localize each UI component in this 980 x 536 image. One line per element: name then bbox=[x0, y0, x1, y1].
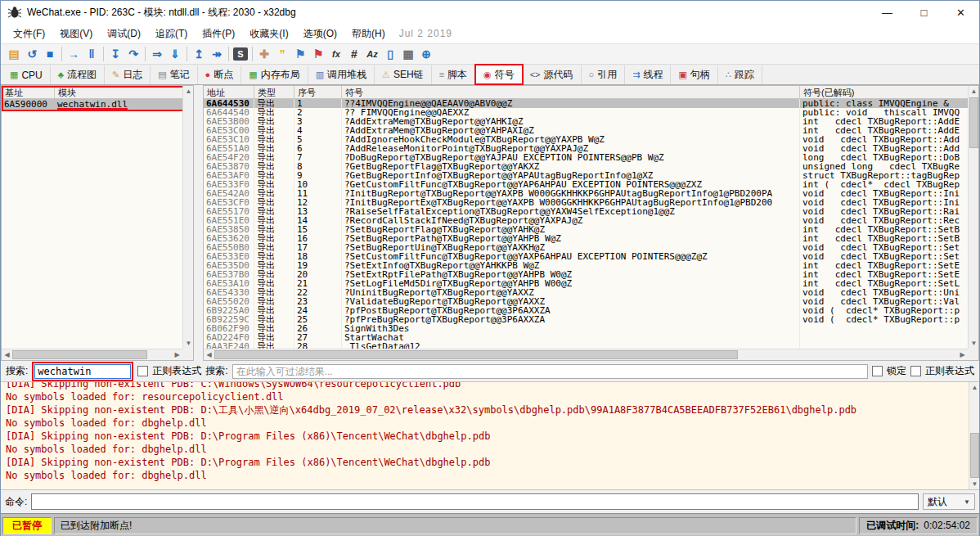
scroll-left-button[interactable]: ◀ bbox=[204, 349, 214, 360]
symbol-row[interactable]: 6A644530导出1??4IMVQQEngine@@QAEAAV0@ABV0@… bbox=[204, 99, 968, 108]
maximize-button[interactable]: □ bbox=[906, 1, 942, 24]
restart-icon[interactable]: ↺ bbox=[23, 46, 41, 62]
scrollbar-thumb[interactable] bbox=[969, 97, 978, 148]
symbol-row[interactable]: 6AE54330导出22?UninitBugReport@TXBugReport… bbox=[204, 288, 968, 297]
label-icon[interactable]: ⚑ bbox=[291, 46, 309, 62]
tab-threads[interactable]: ⇉线程 bbox=[625, 65, 671, 84]
column-header-address[interactable]: 地址 bbox=[204, 86, 254, 98]
stop-icon[interactable]: ■ bbox=[41, 46, 59, 62]
scrollbar-thumb[interactable] bbox=[12, 350, 147, 359]
menu-trace[interactable]: 追踪(T) bbox=[148, 25, 195, 43]
menu-help[interactable]: 帮助(H) bbox=[344, 25, 393, 43]
scroll-right-button[interactable]: ▶ bbox=[172, 349, 182, 360]
menu-file[interactable]: 文件(F) bbox=[6, 25, 52, 43]
symbol-row[interactable]: 6AE542A0导出11?InitBugReport@TXBugReport@@… bbox=[204, 189, 968, 198]
scrollbar-thumb[interactable] bbox=[970, 433, 979, 478]
tab-trace[interactable]: ∴跟踪 bbox=[718, 65, 762, 84]
scroll-down-button[interactable]: ▼ bbox=[969, 338, 979, 349]
column-header-symbol[interactable]: 符号 bbox=[342, 86, 800, 98]
tab-symbols[interactable]: ◉符号 bbox=[475, 65, 523, 84]
symbol-row[interactable]: 6AE53620导出16?SetBugReportPath@TXBugRepor… bbox=[204, 234, 968, 243]
scroll-up-button[interactable]: ▲ bbox=[183, 86, 194, 97]
trace-over-icon[interactable]: ⇓ bbox=[166, 46, 184, 62]
scroll-right-button[interactable]: ▶ bbox=[957, 349, 968, 360]
column-header-type[interactable]: 类型 bbox=[254, 86, 294, 98]
symbols-horizontal-scrollbar[interactable]: ◀ ▶ bbox=[204, 349, 968, 360]
menu-favourites[interactable]: 收藏夹(I) bbox=[242, 25, 295, 43]
symbol-row[interactable]: 6AE53A10导出21?SetLogFileMd5Dir@TXBugRepor… bbox=[204, 279, 968, 288]
symbol-row[interactable]: 6B9225A0导出24?pfPostBugReport@TXBugReport… bbox=[204, 306, 968, 315]
modules-horizontal-scrollbar[interactable]: ◀ ▶ bbox=[2, 349, 182, 360]
calculator-icon[interactable]: ▦ bbox=[399, 46, 417, 62]
symbol-row[interactable]: 6AE533F0导出10?GetCustomFiltFunc@TXBugRepo… bbox=[204, 180, 968, 189]
tab-memory-map[interactable]: ▦内存布局 bbox=[241, 65, 308, 84]
symbol-row[interactable]: 6AE53870导出8?GetBugReportFlag@TXBugReport… bbox=[204, 162, 968, 171]
function-icon[interactable]: fx bbox=[327, 46, 345, 62]
lock-checkbox[interactable] bbox=[872, 366, 883, 376]
symbol-row[interactable]: 6A644540导出2??_FIMVQQEngine@@QAEXXZpublic… bbox=[204, 108, 968, 117]
tab-source[interactable]: <>源代码 bbox=[523, 65, 582, 84]
tab-log[interactable]: ✎日志 bbox=[105, 65, 151, 84]
bookmark-icon[interactable]: ⚑ bbox=[309, 46, 327, 62]
symbol-row[interactable]: 6AE537B0导出20?SetExtRptFilePath@TXBugRepo… bbox=[204, 270, 968, 279]
trace-into-icon[interactable]: ⇒ bbox=[148, 46, 166, 62]
symbol-row[interactable]: 6AE55020导出23?ValidateBugReport@TXBugRepo… bbox=[204, 297, 968, 306]
regex-checkbox-2[interactable] bbox=[910, 366, 921, 376]
globe-icon[interactable]: ⊕ bbox=[417, 46, 435, 62]
symbol-row[interactable]: 6AE53C00导出4?AddExtraMem@TXBugReport@@YAH… bbox=[204, 126, 968, 135]
module-search-input[interactable] bbox=[34, 364, 131, 379]
symbol-row[interactable]: 6B92259C导出25?pfPreBugReport@TXBugReport@… bbox=[204, 315, 968, 324]
symbol-row[interactable]: 6AE53AF0导出9?GetBugReportInfo@TXBugReport… bbox=[204, 171, 968, 180]
modules-vertical-scrollbar[interactable]: ▲ ▼ bbox=[182, 86, 193, 349]
tab-cpu[interactable]: ▦CPU bbox=[2, 65, 51, 84]
scroll-down-button[interactable]: ▼ bbox=[969, 479, 979, 489]
column-header-base[interactable]: 基址 bbox=[2, 86, 55, 98]
column-header-module[interactable]: 模块 bbox=[55, 86, 193, 98]
device-icon[interactable]: ▯ bbox=[381, 46, 399, 62]
menu-view[interactable]: 视图(V) bbox=[52, 25, 100, 43]
menu-plugins[interactable]: 插件(P) bbox=[195, 25, 242, 43]
column-header-decoded[interactable]: 符号(已解码) bbox=[800, 86, 968, 98]
open-file-icon[interactable]: ▤ bbox=[5, 46, 23, 62]
tab-call-stack[interactable]: ▥调用堆栈 bbox=[308, 65, 375, 84]
scroll-down-button[interactable]: ▼ bbox=[183, 338, 194, 349]
symbol-row[interactable]: 6AE535D0导出19?SetExtInfo@TXBugReport@@YAH… bbox=[204, 261, 968, 270]
symbol-row[interactable]: 6AD224F0导出27StartWachat bbox=[204, 333, 968, 342]
symbol-row[interactable]: 6AE53C10导出5?AddIgnoreHookCheckModule@TXB… bbox=[204, 135, 968, 144]
run-to-user-code-icon[interactable]: ↠ bbox=[208, 46, 226, 62]
scroll-left-button[interactable]: ◀ bbox=[2, 349, 12, 360]
tab-breakpoints[interactable]: ●断点 bbox=[198, 65, 242, 84]
execute-till-return-icon[interactable]: ↥ bbox=[190, 46, 208, 62]
comment-icon[interactable]: ” bbox=[273, 46, 291, 62]
case-icon[interactable]: Az bbox=[363, 46, 381, 62]
panel-splitter[interactable] bbox=[194, 85, 203, 361]
symbol-row[interactable]: 6AE55170导出13?RaiseSelfFatalException@TXB… bbox=[204, 207, 968, 216]
profile-dropdown[interactable]: 默认 ▼ bbox=[923, 493, 975, 510]
module-row[interactable]: 6A590000wechatwin.dll bbox=[2, 99, 193, 110]
step-over-icon[interactable]: ↷ bbox=[124, 46, 142, 62]
tab-script[interactable]: ≡脚本 bbox=[432, 65, 475, 84]
hash-icon[interactable]: # bbox=[345, 46, 363, 62]
close-button[interactable]: ✕ bbox=[942, 1, 979, 24]
tab-graph[interactable]: ♣流程图 bbox=[51, 65, 105, 84]
regex-checkbox-1[interactable] bbox=[137, 366, 148, 376]
symbol-row[interactable]: 6B062F90导出26SignWith3Des bbox=[204, 324, 968, 333]
symbol-row[interactable]: 6AE53CF0导出12?InitBugReportEx@TXBugReport… bbox=[204, 198, 968, 207]
scrollbar-thumb[interactable] bbox=[214, 350, 738, 359]
symbol-row[interactable]: 6AE533E0导出18?SetCustomFiltFunc@TXBugRepo… bbox=[204, 252, 968, 261]
command-input[interactable] bbox=[31, 493, 919, 510]
scroll-up-button[interactable]: ▲ bbox=[969, 382, 979, 393]
tab-references[interactable]: ○引用 bbox=[582, 65, 626, 84]
pause-icon[interactable]: ‖ bbox=[83, 46, 101, 62]
menu-debug[interactable]: 调试(D) bbox=[100, 25, 148, 43]
source-mode-icon[interactable]: S bbox=[233, 47, 248, 61]
symbol-row[interactable]: 6AE53850导出15?SetBugReportFlag@TXBugRepor… bbox=[204, 225, 968, 234]
tab-notes[interactable]: ▤笔记 bbox=[151, 65, 197, 84]
symbol-row[interactable]: 6AE550B0导出17?SetBugReportUin@TXBugReport… bbox=[204, 243, 968, 252]
tab-handles[interactable]: ▣句柄 bbox=[671, 65, 717, 84]
symbol-row[interactable]: 6AE53B00导出3?AddExtraMem@TXBugReport@@YAH… bbox=[204, 117, 968, 126]
column-header-ordinal[interactable]: 序号 bbox=[294, 86, 342, 98]
scroll-up-button[interactable]: ▲ bbox=[969, 86, 979, 97]
log-vertical-scrollbar[interactable]: ▲ ▼ bbox=[969, 382, 979, 489]
symbol-row[interactable]: 6AE54F20导出7?DoBugReport@TXBugReport@@YAJ… bbox=[204, 153, 968, 162]
